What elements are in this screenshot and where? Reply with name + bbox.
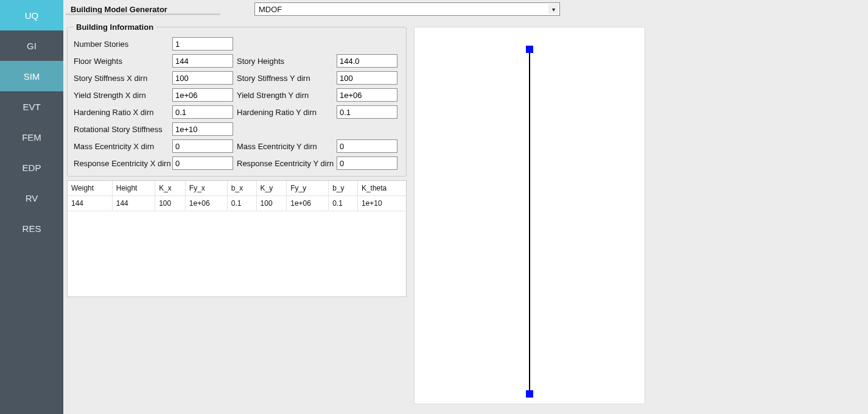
sidebar-item-edp[interactable]: EDP bbox=[0, 152, 63, 183]
table-cell[interactable]: 0.1 bbox=[227, 196, 256, 211]
label-resp-ecc-y: Response Ecentricity Y dirn bbox=[234, 159, 335, 168]
label-yield-x: Yield Strength X dirn bbox=[74, 91, 171, 100]
table-cell[interactable]: 1e+10 bbox=[357, 196, 406, 211]
table-header[interactable]: Height bbox=[112, 181, 155, 196]
table-header[interactable]: K_x bbox=[155, 181, 186, 196]
chevron-down-icon: ▾ bbox=[548, 4, 558, 14]
story-column-line bbox=[529, 49, 530, 394]
groupbox-title: Building Information bbox=[74, 23, 156, 32]
floor-weights-input[interactable] bbox=[172, 54, 233, 68]
resp-ecc-x-input[interactable] bbox=[172, 156, 233, 170]
sidebar-item-label: RES bbox=[23, 223, 41, 234]
node-top-icon bbox=[526, 46, 533, 53]
generator-selected-value: MDOF bbox=[259, 5, 282, 14]
label-story-heights: Story Heights bbox=[234, 57, 335, 66]
mass-ecc-x-input[interactable] bbox=[172, 139, 233, 153]
stiff-x-input[interactable] bbox=[172, 71, 233, 85]
sidebar-item-sim[interactable]: SIM bbox=[0, 61, 63, 91]
label-hard-x: Hardening Ratio X dirn bbox=[74, 108, 171, 117]
sidebar-item-evt[interactable]: EVT bbox=[0, 91, 63, 122]
sidebar-item-fem[interactable]: FEM bbox=[0, 122, 63, 152]
table-header[interactable]: b_y bbox=[329, 181, 358, 196]
sidebar-item-rv[interactable]: RV bbox=[0, 183, 63, 213]
table-cell[interactable]: 144 bbox=[68, 196, 112, 211]
table-header[interactable]: Fy_x bbox=[185, 181, 227, 196]
label-rot-stiff: Rotational Story Stiffness bbox=[74, 125, 171, 134]
sidebar-item-label: EDP bbox=[23, 163, 41, 173]
label-yield-y: Yield Strength Y dirn bbox=[234, 91, 335, 100]
sidebar-nav: UQ GI SIM EVT FEM EDP RV RES bbox=[0, 0, 63, 414]
table-cell[interactable]: 1e+06 bbox=[287, 196, 329, 211]
table-row[interactable]: 144 144 100 1e+06 0.1 100 1e+06 0.1 1e+1… bbox=[68, 196, 406, 211]
label-num-stories: Number Stories bbox=[74, 40, 171, 49]
label-stiff-x: Story Stiffness X dirn bbox=[74, 74, 171, 83]
model-visualization[interactable] bbox=[414, 27, 645, 404]
sidebar-item-res[interactable]: RES bbox=[0, 213, 63, 244]
table-cell[interactable]: 1e+06 bbox=[185, 196, 227, 211]
table-header[interactable]: K_y bbox=[256, 181, 287, 196]
yield-x-input[interactable] bbox=[172, 88, 233, 102]
node-bottom-icon bbox=[526, 390, 533, 398]
label-floor-weights: Floor Weights bbox=[74, 57, 171, 66]
resp-ecc-y-input[interactable] bbox=[337, 156, 397, 170]
num-stories-input[interactable] bbox=[172, 37, 233, 51]
building-info-group: Building Information Number Stories Floo… bbox=[67, 27, 407, 177]
table-cell[interactable]: 100 bbox=[155, 196, 186, 211]
rot-stiff-input[interactable] bbox=[172, 122, 233, 136]
story-heights-input[interactable] bbox=[337, 54, 397, 68]
story-table[interactable]: Weight Height K_x Fy_x b_x K_y Fy_y b_y … bbox=[67, 180, 407, 297]
page-title: Building Model Generator bbox=[67, 5, 248, 14]
sidebar-item-uq[interactable]: UQ bbox=[0, 0, 63, 30]
sidebar-item-label: SIM bbox=[24, 71, 40, 82]
hard-x-input[interactable] bbox=[172, 105, 233, 119]
sidebar-item-label: EVT bbox=[23, 102, 40, 112]
sidebar-item-label: FEM bbox=[22, 132, 41, 142]
table-cell[interactable]: 100 bbox=[256, 196, 287, 211]
sidebar-item-gi[interactable]: GI bbox=[0, 30, 63, 61]
label-hard-y: Hardening Ratio Y dirn bbox=[234, 108, 335, 117]
table-header[interactable]: Weight bbox=[68, 181, 112, 196]
sidebar-item-label: UQ bbox=[25, 10, 39, 21]
mass-ecc-y-input[interactable] bbox=[337, 139, 397, 153]
label-mass-ecc-x: Mass Ecentricity X dirn bbox=[74, 142, 171, 151]
stiff-y-input[interactable] bbox=[337, 71, 397, 85]
generator-select[interactable]: MDOF ▾ bbox=[254, 2, 560, 16]
table-header[interactable]: b_x bbox=[227, 181, 256, 196]
label-resp-ecc-x: Response Ecentricity X dirn bbox=[74, 159, 171, 168]
label-mass-ecc-y: Mass Ecentricity Y dirn bbox=[234, 142, 335, 151]
title-underline bbox=[66, 13, 220, 15]
table-cell[interactable]: 0.1 bbox=[329, 196, 358, 211]
yield-y-input[interactable] bbox=[337, 88, 397, 102]
table-header[interactable]: Fy_y bbox=[287, 181, 329, 196]
table-cell[interactable]: 144 bbox=[112, 196, 155, 211]
sidebar-item-label: RV bbox=[26, 193, 38, 203]
hard-y-input[interactable] bbox=[337, 105, 397, 119]
sidebar-item-label: GI bbox=[27, 41, 37, 51]
label-stiff-y: Story Stiffness Y dirn bbox=[234, 74, 335, 83]
table-header[interactable]: K_theta bbox=[357, 181, 406, 196]
